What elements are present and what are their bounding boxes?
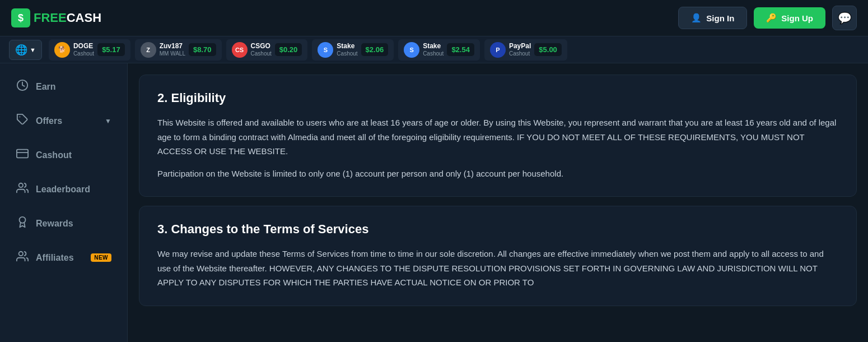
- ticker-info: Stake Cashout: [423, 43, 444, 56]
- user-icon: 👤: [691, 13, 702, 23]
- ticker-amount: $5.00: [534, 43, 562, 56]
- sidebar-item-offers[interactable]: Offers ▼: [4, 104, 123, 137]
- ticker-info: DOGE Cashout: [73, 43, 94, 56]
- sidebar-item-label: Leaderboard: [36, 184, 111, 195]
- dropdown-icon: ▼: [30, 47, 36, 53]
- affiliates-icon: [16, 250, 29, 265]
- section-paragraph: This Website is offered and available to…: [157, 115, 838, 159]
- ticker-avatar: S: [404, 42, 419, 58]
- ticker-action: Cashout: [509, 50, 531, 57]
- sidebar-item-rewards[interactable]: Rewards: [4, 207, 123, 240]
- svg-point-6: [19, 252, 23, 256]
- sidebar-item-label: Rewards: [36, 219, 111, 229]
- ticker-amount: $2.54: [447, 43, 474, 56]
- globe-icon: 🌐: [15, 44, 27, 56]
- chat-icon: 💬: [838, 11, 852, 25]
- ticker-amount: $5.17: [97, 43, 125, 56]
- ticker-amount: $0.20: [275, 43, 302, 56]
- section-title: 2. Eligibility: [157, 91, 838, 105]
- ticker-amount: $2.06: [361, 43, 389, 56]
- ticker-info: PayPal Cashout: [509, 43, 531, 56]
- ticker-username: PayPal: [509, 43, 531, 50]
- ticker-action: Cashout: [337, 50, 357, 57]
- ticker-item: S Stake Cashout $2.54: [398, 39, 480, 61]
- sidebar-item-earn[interactable]: Earn: [4, 70, 123, 103]
- ticker-item: Z Zuv187 MM WALL $8.70: [135, 39, 222, 61]
- ticker-username: Stake: [337, 43, 357, 50]
- ticker-action: Cashout: [423, 50, 444, 57]
- leaderboard-icon: [16, 182, 29, 197]
- ticker-items: 🐕 DOGE Cashout $5.17 Z Zuv187 MM WALL $8…: [49, 39, 567, 61]
- ticker-info: CSGO Cashout: [251, 43, 272, 56]
- ticker-amount: $8.70: [189, 43, 216, 56]
- ticker-username: CSGO: [251, 43, 272, 50]
- logo-text: FREECASH: [34, 11, 101, 25]
- chevron-down-icon: ▼: [105, 117, 111, 125]
- ticker-username: Zuv187: [160, 43, 185, 50]
- sidebar: Earn Offers ▼ Cashout Leaderboard Reward…: [0, 63, 128, 342]
- sidebar-item-leaderboard[interactable]: Leaderboard: [4, 173, 123, 206]
- ticker-item: P PayPal Cashout $5.00: [484, 39, 567, 61]
- section-paragraph: Participation on the Website is limited …: [157, 167, 838, 181]
- ticker-avatar: CS: [232, 42, 248, 58]
- ticker-item: CS CSGO Cashout $0.20: [226, 39, 308, 61]
- cashout-icon: [16, 147, 29, 163]
- content-area: 2. EligibilityThis Website is offered an…: [128, 63, 868, 342]
- svg-rect-2: [17, 150, 28, 158]
- sign-up-button[interactable]: 🔑 Sign Up: [754, 7, 825, 29]
- ticker-action: MM WALL: [160, 50, 185, 57]
- header-right: 👤 Sign In 🔑 Sign Up 💬: [678, 6, 857, 30]
- ticker-info: Zuv187 MM WALL: [160, 43, 185, 56]
- earn-icon: [16, 79, 29, 94]
- sidebar-item-label: Earn: [36, 82, 111, 92]
- chat-button[interactable]: 💬: [832, 6, 857, 30]
- sidebar-item-label: Offers: [36, 116, 98, 126]
- section-eligibility: 2. EligibilityThis Website is offered an…: [139, 75, 857, 197]
- new-badge: NEW: [91, 253, 111, 262]
- main-layout: Earn Offers ▼ Cashout Leaderboard Reward…: [0, 63, 868, 342]
- sidebar-item-label: Cashout: [36, 150, 111, 160]
- sidebar-item-affiliates[interactable]: Affiliates NEW: [4, 241, 123, 274]
- ticker-username: DOGE: [73, 43, 94, 50]
- section-changes: 3. Changes to the Terms of ServicesWe ma…: [139, 206, 857, 306]
- svg-point-4: [19, 183, 23, 187]
- ticker-item: S Stake Cashout $2.06: [312, 39, 394, 61]
- sidebar-item-label: Affiliates: [36, 253, 84, 263]
- ticker-action: Cashout: [251, 50, 272, 57]
- ticker-avatar: P: [490, 42, 506, 58]
- offers-icon: [16, 113, 29, 128]
- ticker-info: Stake Cashout: [337, 43, 357, 56]
- sidebar-item-cashout[interactable]: Cashout: [4, 138, 123, 172]
- sign-in-button[interactable]: 👤 Sign In: [678, 7, 747, 29]
- logo[interactable]: $ FREECASH: [11, 8, 101, 27]
- rewards-icon: [16, 216, 29, 231]
- header: $ FREECASH 👤 Sign In 🔑 Sign Up 💬: [0, 0, 868, 36]
- key-icon: 🔑: [766, 13, 777, 23]
- section-paragraph: We may revise and update these Terms of …: [157, 247, 838, 290]
- ticker-username: Stake: [423, 43, 444, 50]
- ticker-avatar: 🐕: [54, 42, 70, 58]
- ticker-bar: 🌐 ▼ 🐕 DOGE Cashout $5.17 Z Zuv187 MM WAL…: [0, 36, 868, 63]
- ticker-avatar: S: [318, 42, 333, 58]
- ticker-avatar: Z: [141, 42, 156, 58]
- logo-icon: $: [11, 8, 30, 27]
- ticker-item: 🐕 DOGE Cashout $5.17: [49, 39, 130, 61]
- ticker-action: Cashout: [73, 50, 94, 57]
- section-title: 3. Changes to the Terms of Services: [157, 222, 838, 237]
- globe-button[interactable]: 🌐 ▼: [9, 40, 42, 60]
